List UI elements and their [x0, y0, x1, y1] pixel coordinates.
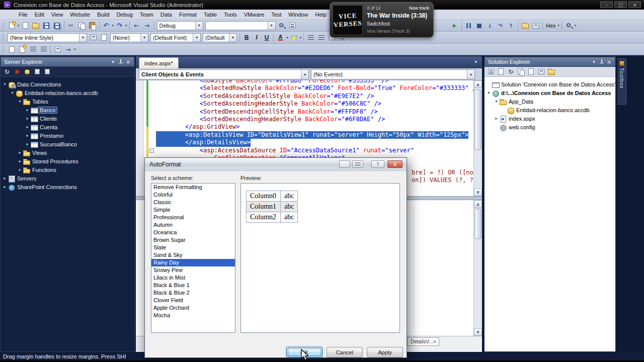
scheme-option[interactable]: Classic: [151, 199, 235, 206]
scrollbar-thumb[interactable]: [474, 209, 481, 239]
add-new-item-button[interactable]: [20, 21, 31, 31]
step-into-button[interactable]: [485, 21, 495, 31]
tree-item-solution-conexion-con-base-de-datos-acce[interactable]: Solution 'Conexion con Base de Datos Acc…: [485, 80, 615, 88]
scheme-list[interactable]: Remove FormattingColorfulClassicSimplePr…: [151, 183, 235, 333]
font-size-combo[interactable]: (Default: [203, 33, 237, 42]
open-file-button[interactable]: [31, 21, 41, 31]
expand-icon[interactable]: ▸: [24, 133, 31, 138]
expand-icon[interactable]: ▸: [493, 116, 500, 121]
scheme-option[interactable]: Sand & Sky: [151, 251, 235, 259]
stop-refresh-icon[interactable]: [13, 68, 22, 76]
solution-configuration-combo[interactable]: Debug: [157, 21, 203, 30]
new-website-button[interactable]: [7, 21, 17, 31]
tree-item-entidad-relacion-banco-accdb[interactable]: ▾Entidad-relacion-banco.accdb: [1, 88, 134, 97]
scheme-option[interactable]: Oceanica: [151, 229, 235, 236]
view-designer-icon[interactable]: [537, 68, 545, 76]
style-combo[interactable]: (New Inline Style): [8, 33, 87, 42]
scheme-option[interactable]: Clover Field: [151, 297, 235, 304]
scheme-option[interactable]: Slate: [151, 244, 235, 251]
expand-icon[interactable]: ▸: [24, 142, 31, 146]
scheme-option[interactable]: Colorful: [151, 191, 235, 199]
toolbar-grip[interactable]: [3, 46, 4, 53]
scheme-option[interactable]: Black & Blue 1: [151, 282, 235, 289]
close-panel-icon[interactable]: [124, 58, 132, 65]
scheme-option[interactable]: Apple Orchard: [151, 304, 235, 312]
close-button[interactable]: [628, 2, 641, 8]
collapse-icon[interactable]: ▾: [2, 82, 8, 86]
expand-icon[interactable]: ▸: [2, 176, 8, 180]
window-position-icon[interactable]: [590, 58, 598, 65]
tree-item-functions[interactable]: ▸Functions: [1, 165, 134, 174]
menu-table[interactable]: Table: [200, 11, 220, 19]
expand-icon[interactable]: ▸: [24, 116, 31, 121]
expand-icon[interactable]: ▸: [2, 185, 8, 189]
menu-window[interactable]: Window: [285, 11, 311, 19]
tree-item-app-data[interactable]: ▾App_Data: [485, 97, 615, 106]
menu-data[interactable]: Data: [157, 11, 176, 19]
collapse-icon[interactable]: ▾: [9, 90, 16, 95]
tree-item-cuenta[interactable]: ▸Cuenta: [1, 123, 134, 131]
expand-icon[interactable]: ▸: [24, 125, 31, 129]
menu-tools[interactable]: Tools: [220, 11, 240, 19]
menu-vmware[interactable]: VMware: [240, 11, 268, 19]
connect-to-server-icon[interactable]: [33, 68, 42, 76]
toolbar-options-chevron-icon[interactable]: [74, 47, 76, 51]
tree-item-web-config[interactable]: web.config: [485, 123, 615, 131]
tree-item-entidad-relacion-banco-accdb[interactable]: Entidad-relacion-banco.accdb: [485, 106, 615, 114]
collapse-icon[interactable]: ▾: [493, 99, 500, 104]
navigate-forward-button[interactable]: [142, 21, 152, 31]
scheme-option[interactable]: Snowy Pine: [151, 266, 235, 274]
expand-icon[interactable]: ▸: [24, 108, 31, 112]
maximize-button[interactable]: [614, 2, 627, 8]
tree-item-servers[interactable]: ▸Servers: [1, 174, 134, 183]
numbered-list-button[interactable]: [316, 33, 327, 43]
scroll-down-icon[interactable]: [474, 328, 482, 336]
toolbar-grip[interactable]: [3, 22, 4, 29]
italic-button[interactable]: I: [252, 33, 262, 43]
start-debugging-button[interactable]: [449, 21, 460, 31]
refresh-icon[interactable]: [3, 68, 12, 76]
break-all-button[interactable]: [463, 21, 474, 31]
tree-item-data-connections[interactable]: ▾Data Connections: [1, 80, 134, 88]
navigate-backward-button[interactable]: [131, 21, 142, 31]
highlight-color-button[interactable]: [289, 33, 299, 43]
auto-hide-pin-icon[interactable]: [598, 58, 605, 65]
scheme-option[interactable]: Professional: [151, 214, 235, 221]
code-lines[interactable]: <RowStyle BackColor="#FFFBD6" ForeColor=…: [156, 77, 479, 162]
tab-list-chevron-icon[interactable]: [474, 59, 477, 64]
scroll-up-icon[interactable]: [474, 80, 482, 88]
copy-button[interactable]: [76, 21, 87, 31]
undo-chevron-icon[interactable]: [112, 24, 114, 28]
scheme-option[interactable]: Remove Formatting: [151, 184, 235, 191]
css-properties-button[interactable]: [99, 33, 109, 43]
comment-button[interactable]: [28, 44, 38, 54]
new-item-chevron-icon[interactable]: [18, 24, 20, 28]
tree-item-cliente[interactable]: ▸Cliente: [1, 114, 134, 123]
scroll-down-icon[interactable]: [474, 189, 482, 196]
toolbar-options-chevron-icon[interactable]: [575, 24, 577, 28]
paste-button[interactable]: [87, 21, 98, 31]
collapse-icon[interactable]: ▾: [17, 99, 23, 104]
menu-view[interactable]: View: [48, 11, 67, 19]
tree-item-prestamo[interactable]: ▸Prestamo: [1, 131, 134, 140]
code-collapse-icon[interactable]: [149, 148, 154, 153]
menu-edit[interactable]: Edit: [31, 11, 48, 19]
design-pane-scrollbar[interactable]: [473, 200, 482, 336]
cut-button[interactable]: [66, 21, 76, 31]
apply-button[interactable]: Apply: [367, 347, 403, 357]
server-explorer-tree[interactable]: ▾Data Connections▾Entidad-relacion-banco…: [1, 77, 134, 191]
refresh-icon[interactable]: ↻: [507, 68, 515, 76]
step-out-button[interactable]: [506, 21, 516, 31]
minimize-button[interactable]: [600, 2, 613, 8]
save-button[interactable]: [41, 21, 52, 31]
find-in-files-button[interactable]: [277, 21, 287, 31]
scroll-up-icon[interactable]: [474, 200, 482, 208]
window-position-icon[interactable]: [109, 58, 117, 65]
font-family-combo[interactable]: (Default Font): [150, 33, 201, 42]
tag-navigator[interactable]: DetailsV...>: [408, 337, 439, 346]
undo-button[interactable]: [101, 21, 112, 31]
tree-item-sharepoint-connections[interactable]: ▸SharePoint Connections: [1, 183, 134, 191]
menu-team[interactable]: Team: [136, 11, 157, 19]
dialog-close-button[interactable]: [387, 160, 403, 168]
properties-window-button[interactable]: [287, 21, 298, 31]
